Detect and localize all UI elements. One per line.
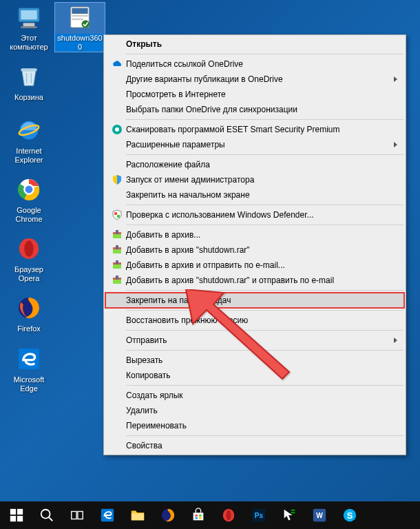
menu-rar-add-named[interactable]: Добавить в архив "shutdown.rar" bbox=[105, 242, 404, 258]
svg-rect-2 bbox=[23, 23, 35, 26]
menu-pin-taskbar[interactable]: Закрепить на панели задач bbox=[105, 293, 404, 308]
svg-rect-7 bbox=[72, 19, 83, 21]
desktop-icon-google-chrome[interactable]: GoogleChrome bbox=[4, 175, 54, 224]
onedrive-icon bbox=[108, 59, 126, 70]
menu-defender[interactable]: Проверка с использованием Windows Defend… bbox=[105, 207, 404, 222]
taskbar-edge[interactable] bbox=[92, 501, 123, 529]
taskbar-photoshop[interactable]: Ps bbox=[244, 501, 274, 529]
menu-choose-folders[interactable]: Выбрать папки OneDrive для синхронизации bbox=[105, 102, 404, 117]
svg-rect-39 bbox=[17, 516, 23, 521]
svg-rect-1 bbox=[21, 10, 36, 19]
menu-copy[interactable]: Копировать bbox=[105, 368, 404, 383]
icon-label: Firefox bbox=[4, 324, 54, 333]
svg-rect-36 bbox=[10, 509, 16, 515]
svg-rect-55 bbox=[291, 510, 295, 511]
svg-text:Ps: Ps bbox=[255, 512, 264, 519]
menu-create-shortcut[interactable]: Создать ярлык bbox=[105, 388, 404, 403]
menu-restore-prev[interactable]: Восстановить прежнюю версию bbox=[105, 313, 404, 328]
svg-point-40 bbox=[41, 510, 50, 519]
menu-rar-add[interactable]: Добавить в архив... bbox=[105, 227, 404, 242]
taskbar-opera[interactable] bbox=[213, 501, 244, 529]
svg-rect-22 bbox=[114, 212, 117, 215]
svg-rect-38 bbox=[10, 516, 16, 521]
search-button[interactable] bbox=[32, 501, 62, 529]
svg-rect-3 bbox=[21, 26, 36, 28]
desktop-icon-opera[interactable]: БраузерOpera bbox=[4, 234, 54, 283]
svg-text:S: S bbox=[347, 510, 353, 521]
separator bbox=[126, 205, 403, 205]
menu-pin-start[interactable]: Закрепить на начальном экране bbox=[105, 187, 404, 203]
separator bbox=[126, 435, 403, 436]
taskbar: Ps W S bbox=[0, 501, 420, 529]
svg-rect-5 bbox=[72, 8, 87, 14]
svg-rect-45 bbox=[132, 513, 144, 520]
shield-icon bbox=[108, 174, 126, 185]
start-button[interactable] bbox=[1, 501, 32, 529]
menu-rar-email[interactable]: Добавить в архив и отправить по e-mail..… bbox=[105, 258, 404, 273]
taskbar-word[interactable]: W bbox=[304, 501, 335, 529]
svg-point-18 bbox=[24, 240, 33, 256]
desktop-icon-microsoft-edge[interactable]: MicrosoftEdge bbox=[4, 344, 54, 393]
desktop-icon-this-pc[interactable]: Этоткомпьютер bbox=[4, 3, 54, 52]
menu-onedrive-other[interactable]: Другие варианты публикации в OneDrive bbox=[105, 72, 404, 87]
menu-delete[interactable]: Удалить bbox=[105, 403, 404, 418]
separator bbox=[126, 385, 403, 386]
taskbar-firefox[interactable] bbox=[153, 501, 183, 529]
winrar-icon bbox=[108, 245, 126, 256]
desktop-icon-shutdown3600[interactable]: shutdown3600 bbox=[55, 3, 105, 52]
svg-rect-49 bbox=[195, 517, 198, 519]
separator bbox=[126, 290, 403, 291]
svg-rect-50 bbox=[199, 517, 202, 519]
menu-run-admin[interactable]: Запуск от имени администратора bbox=[105, 172, 404, 187]
svg-line-41 bbox=[49, 517, 53, 521]
separator bbox=[126, 350, 403, 351]
defender-icon bbox=[108, 209, 126, 220]
desktop-icon-firefox[interactable]: Firefox bbox=[4, 293, 54, 333]
context-menu: Открыть Поделиться ссылкой OneDrive Друг… bbox=[103, 34, 406, 455]
menu-file-location[interactable]: Расположение файла bbox=[105, 157, 404, 172]
menu-rename[interactable]: Переименовать bbox=[105, 418, 404, 433]
winrar-icon bbox=[108, 229, 126, 240]
svg-rect-6 bbox=[72, 15, 87, 17]
menu-cut[interactable]: Вырезать bbox=[105, 353, 404, 368]
separator bbox=[126, 154, 403, 155]
menu-eset-advanced[interactable]: Расширенные параметры bbox=[105, 137, 404, 152]
menu-open[interactable]: Открыть bbox=[105, 37, 404, 52]
icon-label: Этоткомпьютер bbox=[4, 34, 54, 52]
separator bbox=[126, 225, 403, 225]
menu-send-to[interactable]: Отправить bbox=[105, 333, 404, 348]
icon-label: Корзина bbox=[4, 93, 54, 102]
svg-text:W: W bbox=[316, 512, 323, 519]
taskbar-file-explorer[interactable] bbox=[123, 501, 153, 529]
svg-rect-42 bbox=[72, 512, 76, 519]
batch-file-icon bbox=[65, 3, 94, 32]
svg-rect-9 bbox=[21, 68, 36, 71]
menu-eset-scan[interactable]: Сканировать программой ESET Smart Securi… bbox=[105, 122, 404, 137]
svg-point-8 bbox=[82, 20, 90, 28]
svg-rect-26 bbox=[116, 230, 118, 234]
opera-icon bbox=[14, 234, 43, 263]
ie-icon bbox=[14, 116, 43, 145]
separator bbox=[126, 119, 403, 120]
menu-onedrive-share[interactable]: Поделиться ссылкой OneDrive bbox=[105, 56, 404, 72]
separator bbox=[126, 310, 403, 311]
edge-icon bbox=[14, 344, 43, 373]
icon-label: БраузерOpera bbox=[4, 265, 54, 283]
taskbar-skype[interactable]: S bbox=[335, 501, 365, 529]
menu-rar-email-named[interactable]: Добавить в архив "shutdown.rar" и отправ… bbox=[105, 273, 404, 288]
menu-properties[interactable]: Свойства bbox=[105, 438, 404, 453]
svg-rect-32 bbox=[116, 260, 118, 264]
menu-view-online[interactable]: Просмотреть в Интернете bbox=[105, 87, 404, 102]
svg-rect-23 bbox=[117, 215, 120, 218]
task-view-button[interactable] bbox=[62, 501, 92, 529]
chrome-icon bbox=[14, 175, 43, 204]
desktop-icon-recycle-bin[interactable]: Корзина bbox=[4, 62, 54, 102]
pc-icon bbox=[14, 3, 43, 32]
desktop-icon-internet-explorer[interactable]: InternetExplorer bbox=[4, 116, 54, 165]
separator bbox=[126, 54, 403, 54]
icon-label: MicrosoftEdge bbox=[4, 375, 54, 393]
winrar-icon bbox=[108, 260, 126, 271]
taskbar-mouse-tool[interactable] bbox=[274, 501, 304, 529]
icon-label: shutdown3600 bbox=[55, 34, 105, 52]
taskbar-store[interactable] bbox=[183, 501, 213, 529]
